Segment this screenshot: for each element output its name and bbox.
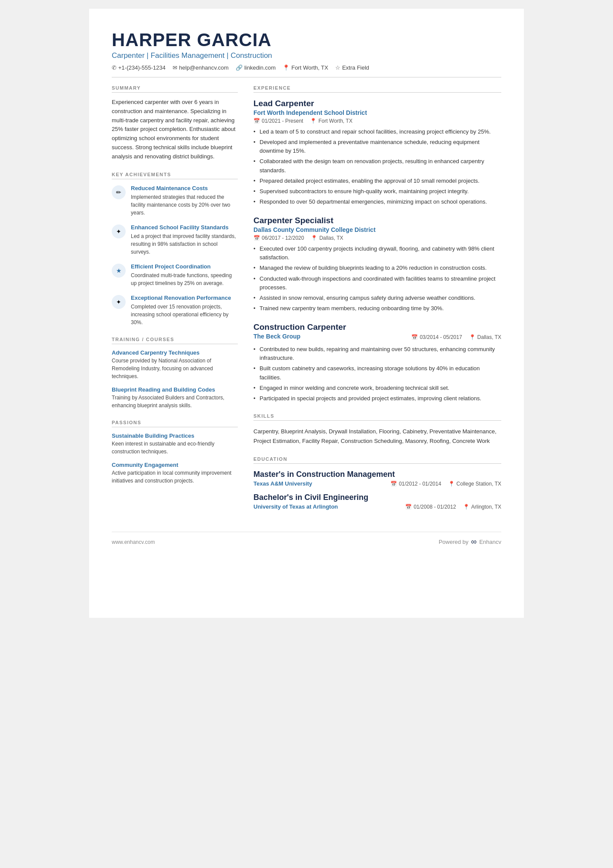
achievement-title-3: Efficient Project Coordination	[131, 263, 238, 271]
achievements-label: KEY ACHIEVEMENTS	[112, 172, 238, 179]
achievement-icon-1: ✏	[112, 185, 126, 199]
bullet-3-4: Participated in special projects and pro…	[253, 394, 501, 403]
achievement-item-1: ✏ Reduced Maintenance Costs Implemented …	[112, 184, 238, 217]
exp-company-3: The Beck Group	[253, 333, 300, 340]
bullet-2-5: Trained new carpentry team members, redu…	[253, 304, 501, 313]
exp-company-2: Dallas County Community College District	[253, 226, 501, 233]
passion-title-2: Community Engagement	[112, 462, 238, 468]
exp-company-1: Fort Worth Independent School District	[253, 109, 501, 116]
bullet-2-3: Conducted walk-through inspections and c…	[253, 275, 501, 292]
bullet-1-5: Supervised subcontractors to ensure high…	[253, 187, 501, 196]
achievement-icon-4: ✦	[112, 295, 126, 309]
email-icon: ✉	[173, 64, 177, 71]
exp-location-3: 📍 Dallas, TX	[469, 334, 501, 340]
training-desc-1: Course provided by National Association …	[112, 357, 238, 380]
passions-label: PASSIONS	[112, 420, 238, 427]
right-column: EXPERIENCE Lead Carpenter Fort Worth Ind…	[253, 85, 501, 516]
exp-bullets-2: Executed over 100 carpentry projects inc…	[253, 245, 501, 313]
calendar-icon-1: 📅	[253, 118, 260, 124]
contact-linkedin: 🔗 linkedin.com	[236, 64, 276, 71]
bullet-3-2: Built custom cabinetry and caseworks, in…	[253, 364, 501, 382]
passion-desc-2: Active participation in local community …	[112, 469, 238, 485]
exp-meta-2: 📅 06/2017 - 12/2020 📍 Dallas, TX	[253, 235, 501, 241]
skills-text: Carpentry, Blueprint Analysis, Drywall I…	[253, 427, 501, 446]
pin-icon-2: 📍	[311, 235, 317, 241]
star-icon: ☆	[335, 64, 340, 71]
achievement-icon-2: ✦	[112, 225, 126, 238]
edu-item-2: Bachelor's in Civil Engineering Universi…	[253, 493, 501, 510]
job-title-3: Construction Carpenter	[253, 322, 501, 332]
email-text: help@enhancv.com	[179, 64, 229, 71]
candidate-title: Carpenter | Facilities Management | Cons…	[112, 51, 501, 60]
contact-email: ✉ help@enhancv.com	[173, 64, 229, 71]
pin-icon-1: 📍	[310, 118, 316, 124]
contact-extra: ☆ Extra Field	[335, 64, 369, 71]
exp-bullets-1: Led a team of 5 to construct and repair …	[253, 127, 501, 206]
bullet-2-2: Managed the review of building blueprint…	[253, 264, 501, 272]
edu-meta-2: 📅 01/2008 - 01/2012 📍 Arlington, TX	[405, 504, 501, 510]
bullet-2-4: Assisted in snow removal, ensuring campu…	[253, 294, 501, 302]
powered-by-text: Powered by	[439, 539, 469, 545]
footer-url: www.enhancv.com	[112, 539, 155, 545]
exp-date-3: 📅 03/2014 - 05/2017	[411, 334, 462, 340]
achievement-item-4: ✦ Exceptional Renovation Performance Com…	[112, 294, 238, 326]
achievement-desc-1: Implemented strategies that reduced the …	[131, 193, 238, 217]
passion-title-1: Sustainable Building Practices	[112, 432, 238, 439]
edu-degree-1: Master's in Construction Management	[253, 470, 501, 479]
exp-item-1: Lead Carpenter Fort Worth Independent Sc…	[253, 99, 501, 206]
location-text: Fort Worth, TX	[291, 64, 328, 71]
bullet-3-3: Engaged in minor welding and concrete wo…	[253, 384, 501, 392]
bullet-1-3: Collaborated with the design team on ren…	[253, 157, 501, 174]
linkedin-icon: 🔗	[236, 64, 243, 71]
candidate-name: HARPER GARCIA	[112, 30, 501, 50]
skills-label: SKILLS	[253, 413, 501, 421]
edu-school-1: Texas A&M University	[253, 480, 312, 487]
bullet-2-1: Executed over 100 carpentry projects inc…	[253, 245, 501, 262]
edu-item-1: Master's in Construction Management Texa…	[253, 470, 501, 487]
achievement-icon-3: ★	[112, 264, 126, 278]
calendar-icon-2: 📅	[253, 235, 260, 241]
passion-item-1: Sustainable Building Practices Keen inte…	[112, 432, 238, 456]
extra-text: Extra Field	[342, 64, 369, 71]
edu-pin-icon-1: 📍	[448, 481, 455, 487]
edu-degree-2: Bachelor's in Civil Engineering	[253, 493, 501, 502]
achievement-title-4: Exceptional Renovation Performance	[131, 294, 238, 302]
passion-item-2: Community Engagement Active participatio…	[112, 462, 238, 485]
edu-row-1: Texas A&M University 📅 01/2012 - 01/2014…	[253, 480, 501, 487]
training-item-2: Blueprint Reading and Building Codes Tra…	[112, 386, 238, 409]
edu-school-2: University of Texas at Arlington	[253, 503, 338, 510]
pin-icon-3: 📍	[469, 334, 476, 340]
education-label: EDUCATION	[253, 456, 501, 464]
exp-item-2: Carpenter Specialist Dallas County Commu…	[253, 216, 501, 313]
bullet-1-4: Prepared detailed project estimates, ena…	[253, 177, 501, 185]
phone-icon: ✆	[112, 64, 117, 71]
linkedin-text: linkedin.com	[244, 64, 276, 71]
summary-text: Experienced carpenter with over 6 years …	[112, 98, 238, 161]
exp-bullets-3: Contributed to new builds, repairing and…	[253, 345, 501, 403]
enhancv-logo: ∞	[471, 537, 477, 546]
training-title-1: Advanced Carpentry Techniques	[112, 349, 238, 356]
experience-label: EXPERIENCE	[253, 85, 501, 93]
achievement-item-2: ✦ Enhanced School Facility Standards Led…	[112, 224, 238, 256]
exp-company-meta-3: The Beck Group 📅 03/2014 - 05/2017 📍 Dal…	[253, 333, 501, 342]
exp-location-2: 📍 Dallas, TX	[311, 235, 343, 241]
phone-text: +1-(234)-555-1234	[118, 64, 166, 71]
exp-date-2: 📅 06/2017 - 12/2020	[253, 235, 304, 241]
exp-date-1: 📅 01/2021 - Present	[253, 118, 303, 124]
contact-phone: ✆ +1-(234)-555-1234	[112, 64, 166, 71]
edu-row-2: University of Texas at Arlington 📅 01/20…	[253, 503, 501, 510]
brand-name: Enhancv	[479, 539, 501, 545]
edu-cal-icon-2: 📅	[405, 504, 412, 510]
training-title-2: Blueprint Reading and Building Codes	[112, 386, 238, 393]
contact-location: 📍 Fort Worth, TX	[283, 64, 328, 71]
achievement-title-1: Reduced Maintenance Costs	[131, 184, 238, 192]
training-desc-2: Training by Associated Builders and Cont…	[112, 394, 238, 409]
training-item-1: Advanced Carpentry Techniques Course pro…	[112, 349, 238, 380]
exp-item-3: Construction Carpenter The Beck Group 📅 …	[253, 322, 501, 403]
calendar-icon-3: 📅	[411, 334, 418, 340]
edu-meta-1: 📅 01/2012 - 01/2014 📍 College Station, T…	[390, 481, 501, 487]
achievement-item-3: ★ Efficient Project Coordination Coordin…	[112, 263, 238, 287]
contact-bar: ✆ +1-(234)-555-1234 ✉ help@enhancv.com 🔗…	[112, 64, 501, 77]
left-column: SUMMARY Experienced carpenter with over …	[112, 85, 238, 516]
header: HARPER GARCIA Carpenter | Facilities Man…	[112, 30, 501, 77]
